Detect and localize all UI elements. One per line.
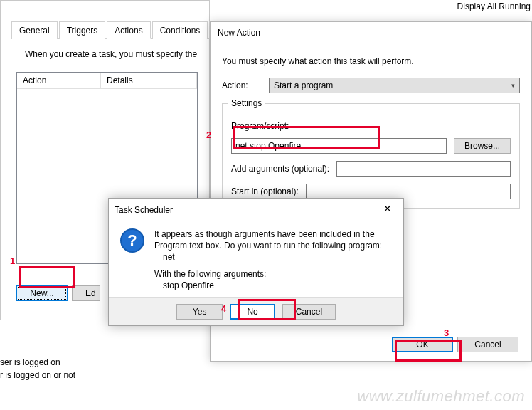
startin-input[interactable] [306,184,511,199]
chevron-down-icon: ▾ [511,82,515,89]
actions-buttons: New... Ed [16,285,100,301]
yes-button[interactable]: Yes [176,304,223,320]
annotation-num-4: 4 [221,303,226,314]
msg-args: stop Openfire [163,280,382,291]
action-select[interactable]: Start a program ▾ [269,78,520,93]
edit-button[interactable]: Ed [72,285,100,301]
cancel-button[interactable]: Cancel [457,337,518,352]
msg-cancel-button[interactable]: Cancel [282,304,336,320]
background-security-text: ser is logged on r is logged on or not [0,356,75,382]
msg-line3: With the following arguments: [154,268,382,280]
tab-actions[interactable]: Actions [107,21,150,39]
messagebox: Task Scheduler ✕ ? It appears as though … [108,198,404,326]
close-icon[interactable]: ✕ [378,203,398,217]
messagebox-footer: Yes No Cancel [109,297,403,325]
messagebox-text: It appears as though arguments have been… [154,228,382,291]
tab-strip: General Triggers Actions Conditions Sett… [11,21,209,39]
annotation-num-2: 2 [206,130,211,140]
ok-button[interactable]: OK [392,337,453,352]
new-action-title: New Action [211,22,531,51]
actions-table-header: Action Details [17,73,197,89]
annotation-num-1: 1 [10,256,15,266]
new-action-desc: You must specify what action this task w… [222,56,520,66]
new-button[interactable]: New... [16,285,68,301]
col-details[interactable]: Details [101,73,197,89]
settings-legend: Settings [228,98,265,108]
col-action[interactable]: Action [17,73,101,89]
annotation-num-3: 3 [444,327,449,338]
tab-conditions[interactable]: Conditions [152,21,208,39]
no-button[interactable]: No [230,304,275,320]
watermark: www.zulfumehmet.com [357,387,525,406]
question-icon: ? [120,228,144,253]
actions-tab-description: When you create a task, you must specify… [25,49,198,59]
action-label: Action: [222,80,262,90]
right-pane-line1: Display All Running [457,1,531,11]
msg-line1: It appears as though arguments have been… [154,228,382,240]
msg-program: net [163,251,382,263]
bg-line1: ser is logged on [0,356,75,369]
settings-fieldset: Settings Program/script: Browse... Add a… [222,103,520,209]
arguments-input[interactable] [336,161,511,177]
new-action-footer: OK Cancel [392,337,518,352]
tab-general[interactable]: General [11,21,58,39]
program-input[interactable] [231,138,447,154]
startin-label: Start in (optional): [231,186,299,196]
program-label: Program/script: [231,121,511,131]
browse-button[interactable]: Browse... [454,138,511,154]
right-pane: Display All Running [457,1,531,11]
msg-line2: Program text box. Do you want to run the… [154,240,382,251]
bg-line2: r is logged on or not [0,369,75,382]
tab-triggers[interactable]: Triggers [59,21,106,39]
action-select-value: Start a program [274,80,333,90]
messagebox-title: Task Scheduler [115,205,173,215]
arguments-label: Add arguments (optional): [231,164,329,174]
